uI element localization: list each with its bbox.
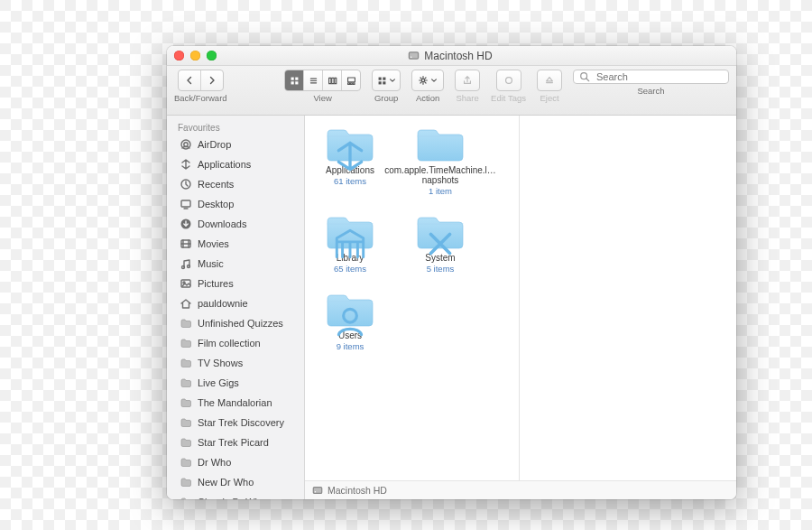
action-group: Action (411, 70, 444, 103)
sidebar-section-header: Favourites (167, 119, 304, 135)
sidebar-item[interactable]: The Mandalorian (167, 393, 304, 413)
folder-icon (180, 337, 192, 349)
sidebar-item[interactable]: Live Gigs (167, 373, 304, 393)
folder-icon (326, 125, 374, 163)
share-group: Share (455, 70, 480, 103)
finder-window: Macintosh HD Back/Forward View (167, 46, 736, 499)
folder-item-count: 1 item (429, 186, 452, 196)
sidebar-item[interactable]: Movies (167, 234, 304, 254)
search-input[interactable] (595, 70, 723, 83)
folder-item[interactable]: Applications61 items (318, 125, 383, 196)
share-button[interactable] (455, 70, 480, 91)
action-label: Action (416, 93, 439, 103)
folder-icon (180, 416, 192, 429)
sidebar-item-label: Live Gigs (198, 377, 239, 388)
path-bar[interactable]: Macintosh HD (305, 480, 736, 499)
sidebar-item-label: Music (198, 258, 224, 269)
folder-icon (180, 436, 192, 449)
eject-group: Eject (537, 70, 562, 103)
icon-grid-column[interactable]: Applications61 itemscom.apple.TimeMachin… (305, 116, 519, 480)
folder-icon (180, 396, 192, 409)
apps-icon (180, 158, 192, 171)
recents-icon (180, 178, 192, 191)
folder-item-count: 5 items (427, 264, 455, 274)
movies-icon (180, 237, 192, 250)
sidebar-item-label: Dr Who (198, 457, 231, 468)
sidebar-item[interactable]: pauldownie (167, 293, 304, 313)
sidebar-item[interactable]: New Dr Who (167, 472, 304, 492)
folder-icon (416, 125, 465, 163)
nav-label: Back/Forward (174, 93, 227, 103)
forward-button[interactable] (201, 70, 223, 90)
folder-item-count: 61 items (334, 176, 366, 186)
folder-icon (326, 212, 374, 250)
folder-item[interactable]: Library65 items (318, 212, 383, 274)
apps-glyph (326, 137, 374, 175)
sidebar-item[interactable]: Film collection (167, 333, 304, 353)
sidebar-item-label: Downloads (198, 219, 246, 229)
tags-group: Edit Tags (491, 70, 526, 103)
folder-icon (416, 212, 465, 250)
view-group: View (284, 70, 361, 103)
group-label: Group (374, 93, 398, 103)
music-icon (180, 257, 192, 270)
search-icon (579, 71, 590, 82)
airdrop-icon (180, 138, 192, 151)
path-location: Macintosh HD (328, 485, 387, 496)
sidebar-item[interactable]: Classic Dr Who (167, 492, 304, 499)
sidebar[interactable]: FavouritesAirDropApplicationsRecentsDesk… (167, 116, 305, 499)
sidebar-item-label: Film collection (198, 338, 261, 349)
sidebar-item[interactable]: Unfinished Quizzes (167, 313, 304, 333)
folder-item[interactable]: Users9 items (318, 290, 383, 351)
action-button[interactable] (412, 70, 443, 90)
sidebar-item-label: The Mandalorian (198, 397, 272, 408)
sidebar-item-label: pauldownie (198, 298, 248, 309)
view-gallery-button[interactable] (342, 70, 360, 90)
home-icon (180, 297, 192, 310)
sidebar-item[interactable]: Music (167, 254, 304, 274)
pictures-icon (180, 277, 192, 290)
sidebar-item-label: Star Trek Discovery (198, 417, 284, 428)
folder-item[interactable]: com.apple.TimeMachine.l…napshots1 item (408, 125, 473, 196)
share-label: Share (456, 93, 478, 103)
sidebar-item-label: Star Trek Picard (198, 437, 269, 448)
group-group: Group (372, 70, 401, 103)
titlebar: Macintosh HD (167, 46, 736, 66)
desktop-icon (180, 198, 192, 210)
sidebar-item-label: Unfinished Quizzes (198, 318, 283, 329)
view-columns-button[interactable] (323, 70, 342, 90)
view-icons-button[interactable] (285, 70, 304, 90)
sidebar-item[interactable]: AirDrop (167, 135, 304, 154)
library-glyph (326, 225, 374, 263)
folder-icon (180, 317, 192, 330)
group-button[interactable] (373, 70, 400, 90)
search-field[interactable] (573, 70, 729, 84)
volume-icon (408, 50, 420, 61)
preview-column[interactable] (519, 116, 736, 480)
sidebar-item[interactable]: TV Shows (167, 353, 304, 373)
back-button[interactable] (179, 70, 201, 90)
sidebar-item[interactable]: Applications (167, 154, 304, 174)
sidebar-item-label: Movies (198, 238, 229, 249)
folder-name: com.apple.TimeMachine.l…napshots (384, 165, 496, 185)
sidebar-item[interactable]: Star Trek Discovery (167, 413, 304, 432)
sidebar-item-label: TV Shows (198, 358, 243, 368)
eject-button[interactable] (537, 70, 562, 91)
sidebar-item[interactable]: Recents (167, 174, 304, 194)
window-title: Macintosh HD (424, 50, 492, 62)
sidebar-item[interactable]: Downloads (167, 214, 304, 234)
view-list-button[interactable] (304, 70, 323, 90)
folder-icon (180, 496, 192, 499)
edit-tags-button[interactable] (496, 70, 521, 91)
folder-item-count: 65 items (334, 264, 366, 274)
sidebar-item[interactable]: Desktop (167, 194, 304, 214)
sidebar-item[interactable]: Dr Who (167, 452, 304, 472)
folder-item[interactable]: System5 items (408, 212, 473, 274)
users-glyph (326, 302, 374, 340)
downloads-icon (180, 218, 192, 230)
sidebar-item[interactable]: Star Trek Picard (167, 432, 304, 452)
folder-item-count: 9 items (337, 341, 364, 351)
sidebar-item-label: AirDrop (198, 139, 231, 150)
sidebar-item[interactable]: Pictures (167, 274, 304, 293)
system-glyph (416, 225, 465, 263)
